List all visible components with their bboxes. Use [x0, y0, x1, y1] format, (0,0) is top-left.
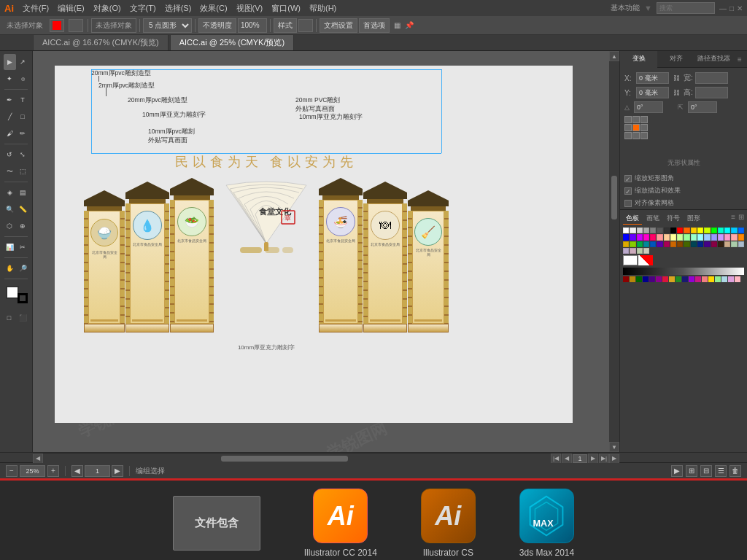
cp-tab-graphic[interactable]: 图形	[684, 213, 703, 225]
tf-angle-input[interactable]	[634, 101, 663, 113]
color-cell[interactable]	[731, 241, 737, 247]
color-cell[interactable]	[623, 228, 629, 233]
tool-hand[interactable]: ✋	[4, 260, 16, 276]
tool-slice[interactable]: ✂	[17, 239, 29, 255]
color-cell[interactable]	[657, 234, 662, 240]
toolbar-fill-color[interactable]	[50, 19, 64, 32]
toolbar-pin-icon[interactable]: 📌	[405, 21, 414, 29]
color-cell-2[interactable]	[643, 276, 649, 282]
color-cell[interactable]	[664, 241, 670, 247]
cb-scale-corners-box[interactable]: ✓	[624, 175, 632, 182]
vscroll-up[interactable]: ▲	[609, 51, 619, 61]
color-cell[interactable]	[623, 234, 629, 240]
color-cell[interactable]	[630, 234, 635, 240]
toolbar-first-item[interactable]: 首选项	[359, 18, 390, 33]
cb-scale-strokes-box[interactable]: ✓	[624, 187, 632, 195]
color-cell[interactable]	[650, 234, 656, 240]
status-expand-btn[interactable]: ▶	[671, 465, 683, 477]
color-cell-2[interactable]	[662, 276, 668, 282]
status-grid-btn[interactable]: ⊟	[700, 465, 712, 477]
color-cell[interactable]	[711, 234, 717, 240]
color-cell-2[interactable]	[630, 276, 635, 282]
color-cell[interactable]	[731, 234, 737, 240]
swatch-none[interactable]	[638, 255, 653, 265]
color-cell[interactable]	[697, 228, 703, 233]
color-cell[interactable]	[718, 241, 724, 247]
color-cell-2[interactable]	[636, 276, 642, 282]
color-cell[interactable]	[724, 228, 730, 233]
color-cell[interactable]	[637, 228, 643, 233]
menu-object[interactable]: 对象(O)	[89, 3, 125, 14]
tool-text[interactable]: T	[17, 92, 29, 108]
color-cell[interactable]	[664, 228, 670, 233]
color-cell[interactable]	[643, 248, 649, 254]
color-cell[interactable]	[670, 234, 676, 240]
swatch-white[interactable]	[623, 255, 638, 265]
toolbar-opacity-value[interactable]	[238, 18, 267, 33]
tool-gradient[interactable]: ▤	[17, 184, 29, 201]
search-input[interactable]	[657, 2, 715, 14]
color-cell-2[interactable]	[689, 276, 694, 282]
color-cell[interactable]	[670, 228, 676, 233]
color-cell[interactable]	[643, 228, 649, 233]
toolbar-arrange-icon[interactable]: ▦	[394, 21, 400, 29]
zoom-in-btn[interactable]: +	[47, 465, 59, 477]
tool-lasso[interactable]: ⌾	[17, 71, 29, 87]
color-panel-options[interactable]: ≡	[731, 213, 735, 225]
ref-mc[interactable]	[632, 124, 640, 131]
color-cell-2[interactable]	[721, 276, 727, 282]
color-cell-2[interactable]	[676, 276, 681, 282]
tool-pencil[interactable]: ✏	[17, 125, 29, 141]
tf-x-input[interactable]	[636, 72, 669, 84]
color-cell[interactable]	[691, 234, 697, 240]
color-cell-2[interactable]	[728, 276, 734, 282]
color-cell[interactable]	[684, 234, 689, 240]
color-cell[interactable]	[630, 241, 635, 247]
ref-ml[interactable]	[624, 124, 632, 131]
color-cell[interactable]	[684, 241, 689, 247]
tool-eyedropper[interactable]: 🔍	[4, 201, 16, 217]
tool-graph[interactable]: 📊	[4, 239, 16, 255]
tool-fullscreen-mode[interactable]: ⬛	[17, 310, 29, 326]
color-cell-2[interactable]	[708, 276, 714, 282]
color-cell[interactable]	[630, 248, 635, 254]
color-cell[interactable]	[724, 241, 730, 247]
color-cell[interactable]	[670, 241, 676, 247]
tool-magic-wand[interactable]: ✦	[4, 71, 16, 87]
page-prev-btn[interactable]: ◀	[71, 465, 83, 477]
color-cell-2[interactable]	[669, 276, 675, 282]
tab-1[interactable]: AICC.ai @ 25% (CMYK/预览)	[170, 34, 294, 50]
tool-zoom[interactable]: 🔎	[17, 260, 29, 276]
tool-scale[interactable]: ⤡	[17, 147, 29, 163]
rp-options-btn[interactable]: ≡	[732, 51, 747, 67]
tool-warp[interactable]: 〜	[4, 163, 16, 179]
status-arrange-btn[interactable]: ☰	[715, 465, 727, 477]
cp-tab-symbols[interactable]: 符号	[664, 213, 683, 225]
tf-h-input[interactable]	[695, 87, 728, 98]
status-trash-btn[interactable]: 🗑	[729, 465, 741, 477]
window-close[interactable]: ✕	[737, 4, 743, 12]
toolbar-edit-mode[interactable]: 未选择对象	[91, 18, 136, 33]
ref-br[interactable]	[640, 132, 648, 139]
tool-paintbrush[interactable]: 🖌	[4, 125, 16, 141]
zoom-input[interactable]	[20, 465, 45, 477]
page-input[interactable]	[573, 454, 587, 463]
rp-tab-pathfinder[interactable]: 路径查找器	[695, 51, 732, 67]
color-cell-2[interactable]	[735, 276, 740, 282]
vscroll-thumb[interactable]	[611, 176, 617, 219]
toolbar-style-label[interactable]: 样式	[274, 18, 297, 33]
page-next[interactable]: ▶	[588, 454, 598, 464]
page-prev[interactable]: ◀	[562, 454, 572, 464]
tf-w-input[interactable]	[695, 72, 728, 84]
tool-shape-builder[interactable]: ◈	[4, 184, 16, 201]
color-cell[interactable]	[637, 248, 643, 254]
hscroll-thumb[interactable]	[221, 456, 348, 462]
checkbox-scale-strokes[interactable]: ✓ 缩放描边和效果	[620, 184, 747, 197]
color-cell-2[interactable]	[623, 276, 629, 282]
color-cell[interactable]	[630, 228, 635, 233]
tool-measure[interactable]: 📏	[17, 201, 29, 217]
page-last[interactable]: ▶|	[599, 454, 609, 464]
color-cell[interactable]	[738, 234, 744, 240]
hscroll-right[interactable]: ▶	[609, 454, 619, 464]
window-restore[interactable]: □	[729, 4, 734, 12]
